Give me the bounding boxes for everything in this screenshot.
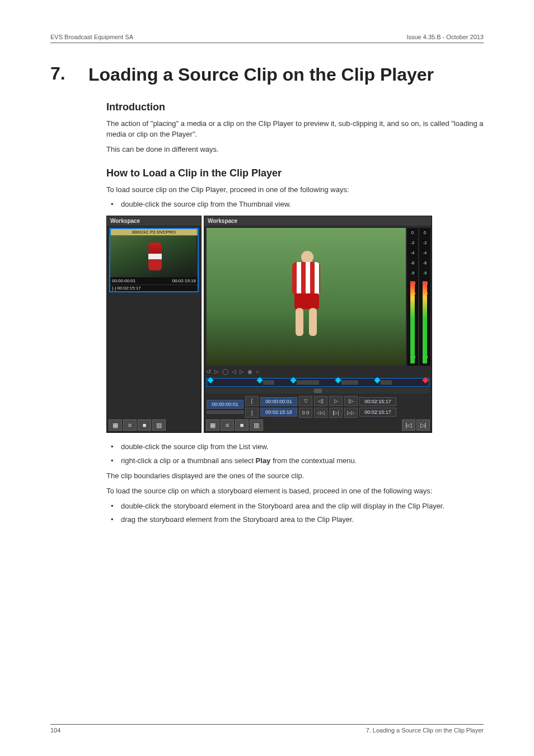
bullet-right-click-play: right-click a clip or a thumbnail ans se… [106,456,484,466]
view-grid-button-r[interactable]: ▦ [206,419,219,431]
stop-icon[interactable]: ○ [256,368,259,375]
mark-in-button[interactable]: [ [245,396,259,406]
view-list-button[interactable]: ≡ [123,419,137,431]
play-small-icon[interactable]: ▷ [214,368,219,375]
tc-empty [207,410,243,414]
fast-back-button[interactable]: ◁◁ [314,408,327,418]
player-screenshot: Workspace 0001GC P2 DVCPRO 00:00:00:01 0… [106,216,484,433]
down-button[interactable]: ▽ [299,396,312,406]
view-columns-button-r[interactable]: ▥ [250,419,263,431]
play-button[interactable]: ▷ [329,396,343,406]
player-mode-icons: ↺ ▷ ◯ ◁ ▷ ◉ ○ [207,367,429,377]
next-clip-button[interactable]: ▷| [416,419,430,431]
header-left: EVS Broadcast Equipment SA [50,34,133,40]
tc-current: 00:00:00:01 [207,400,243,409]
step-fwd-button[interactable]: |▷ [344,396,358,406]
view-columns-button[interactable]: ▥ [152,419,166,431]
workspace-player-panel: Workspace [204,216,432,433]
panel-title-left: Workspace [107,216,201,226]
marker-a-icon[interactable]: ◁ [232,368,236,375]
lock-icon[interactable] [314,389,322,393]
tc-dur-top: 00:02:15:17 [359,397,396,406]
loop-icon[interactable]: ↺ [207,368,211,375]
thumb-caption: 0001GC P2 DVCPRO [110,229,198,236]
clip-timeline[interactable] [207,378,429,387]
howto-lead: To load source clip on the Clip Player, … [106,185,484,195]
bullet-storyboard-drag: drag the storyboard element from the Sto… [106,515,484,525]
chapter-title: Loading a Source Clip on the Clip Player [88,63,434,86]
view-grid-button[interactable]: ▦ [109,419,122,431]
clock-icon[interactable]: ◯ [222,368,228,375]
tc-dur-bot: 00:02:15:17 [359,408,396,417]
clip-thumbnail[interactable]: 0001GC P2 DVCPRO 00:00:00:01 00:02:15:18… [109,228,199,292]
lock-bar [207,388,429,394]
view-single-button-r[interactable]: ■ [235,419,249,431]
intro-heading: Introduction [106,101,484,113]
thumb-tc-in: 00:00:00:01 [112,278,135,283]
after-p1: The clip boundaries displayed are the on… [106,471,484,482]
bullet-thumbnail-view: double-click the source clip from the Th… [106,199,484,210]
bullet-storyboard-dblclick: double-click the storyboard element in t… [106,501,484,512]
video-preview[interactable] [207,228,406,366]
footer-section: 7. Loading a Source Clip on the Clip Pla… [366,727,484,734]
transport-controls: 00:00:00:01 [ ] 00:00:00:01 00:02:15:18 [207,396,429,418]
zero-button[interactable]: 0 0 [299,408,312,418]
record-icon[interactable]: ◉ [247,368,252,375]
chapter-number: 7. [50,63,73,84]
howto-heading: How to Load a Clip in the Clip Player [106,167,484,179]
step-back-button[interactable]: ◁| [314,396,327,406]
thumb-duration: [-] 00:02:15:17 [110,284,198,291]
marker-b-icon[interactable]: ▷ [240,368,244,375]
tc-clip-in: 00:00:00:01 [260,397,297,406]
bullet-list-view: double-click the source clip from the Li… [106,442,484,452]
workspace-thumbnail-panel: Workspace 0001GC P2 DVCPRO 00:00:00:01 0… [106,216,202,433]
intro-p2: This can be done in different ways. [106,144,484,155]
prev-clip-button[interactable]: |◁ [402,419,415,431]
inout-play-button[interactable]: |▷| [329,408,343,418]
panel-title-right: Workspace [204,216,432,226]
fast-fwd-button[interactable]: ▷▷ [344,408,358,418]
thumb-tc-out: 00:02:15:18 [172,278,196,283]
view-single-button[interactable]: ■ [138,419,151,431]
after-p2: To load the source clip on which a story… [106,486,484,497]
view-list-button-r[interactable]: ≡ [221,419,234,431]
vu-meter-left: 0 -2 -4 -8 -9 -13 -16 -30 [407,228,418,366]
mark-out-button[interactable]: ] [245,408,259,418]
page-number: 104 [50,727,60,734]
vu-meter-right: 0 -2 -4 -8 -9 -13 -16 -30 [419,228,430,366]
intro-p1: The action of "placing" a media or a cli… [106,119,484,140]
header-right: Issue 4.35.B - October 2013 [406,34,484,40]
tc-clip-out: 00:02:15:18 [260,408,297,417]
